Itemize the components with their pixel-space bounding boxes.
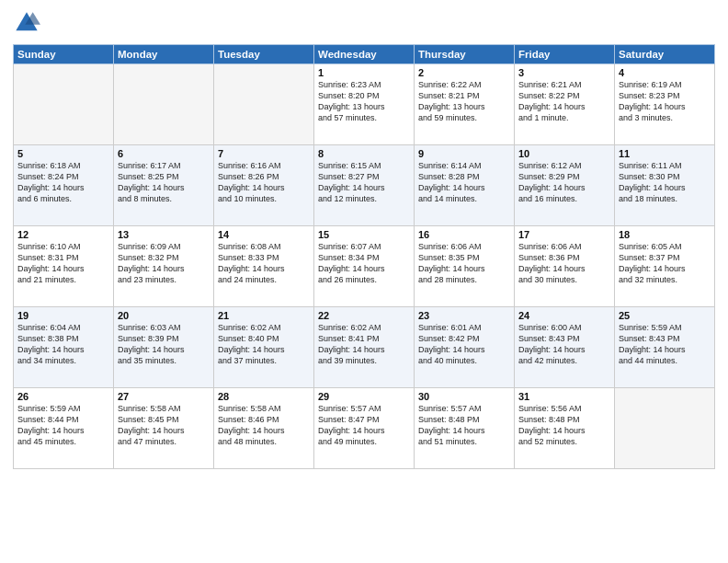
calendar-cell: 27Sunrise: 5:58 AMSunset: 8:45 PMDayligh… (114, 388, 214, 469)
calendar-cell: 7Sunrise: 6:16 AMSunset: 8:26 PMDaylight… (214, 145, 314, 226)
calendar-cell: 24Sunrise: 6:00 AMSunset: 8:43 PMDayligh… (515, 307, 615, 388)
weekday-header-friday: Friday (515, 45, 615, 64)
calendar-cell (114, 64, 214, 145)
cell-text: Sunrise: 6:21 AMSunset: 8:22 PMDaylight:… (518, 79, 610, 124)
calendar-cell (214, 64, 314, 145)
day-number: 1 (318, 67, 410, 78)
day-number: 28 (218, 391, 310, 402)
calendar-cell: 11Sunrise: 6:11 AMSunset: 8:30 PMDayligh… (615, 145, 715, 226)
cell-text: Sunrise: 6:11 AMSunset: 8:30 PMDaylight:… (619, 160, 711, 205)
cell-text: Sunrise: 6:03 AMSunset: 8:39 PMDaylight:… (118, 322, 210, 367)
calendar-cell: 9Sunrise: 6:14 AMSunset: 8:28 PMDaylight… (415, 145, 515, 226)
day-number: 20 (118, 310, 210, 321)
calendar-cell: 22Sunrise: 6:02 AMSunset: 8:41 PMDayligh… (314, 307, 415, 388)
day-number: 24 (518, 310, 610, 321)
day-number: 17 (518, 229, 610, 240)
calendar-cell: 10Sunrise: 6:12 AMSunset: 8:29 PMDayligh… (515, 145, 615, 226)
logo-icon (13, 9, 40, 37)
calendar-cell: 8Sunrise: 6:15 AMSunset: 8:27 PMDaylight… (314, 145, 415, 226)
cell-text: Sunrise: 6:05 AMSunset: 8:37 PMDaylight:… (619, 241, 711, 286)
cell-text: Sunrise: 6:18 AMSunset: 8:24 PMDaylight:… (17, 160, 109, 205)
calendar-cell: 5Sunrise: 6:18 AMSunset: 8:24 PMDaylight… (14, 145, 114, 226)
day-number: 21 (218, 310, 310, 321)
day-number: 5 (17, 148, 109, 159)
cell-text: Sunrise: 5:59 AMSunset: 8:44 PMDaylight:… (17, 403, 109, 448)
day-number: 19 (17, 310, 109, 321)
cell-text: Sunrise: 6:00 AMSunset: 8:43 PMDaylight:… (518, 322, 610, 367)
calendar: SundayMondayTuesdayWednesdayThursdayFrid… (13, 44, 715, 469)
calendar-cell: 23Sunrise: 6:01 AMSunset: 8:42 PMDayligh… (415, 307, 515, 388)
calendar-cell: 3Sunrise: 6:21 AMSunset: 8:22 PMDaylight… (515, 64, 615, 145)
weekday-header-saturday: Saturday (615, 45, 715, 64)
cell-text: Sunrise: 6:02 AMSunset: 8:41 PMDaylight:… (318, 322, 410, 367)
logo (13, 9, 44, 37)
week-row-1: 1Sunrise: 6:23 AMSunset: 8:20 PMDaylight… (14, 64, 715, 145)
calendar-cell: 17Sunrise: 6:06 AMSunset: 8:36 PMDayligh… (515, 226, 615, 307)
weekday-header-wednesday: Wednesday (314, 45, 415, 64)
cell-text: Sunrise: 6:22 AMSunset: 8:21 PMDaylight:… (418, 79, 510, 124)
day-number: 7 (218, 148, 310, 159)
day-number: 2 (418, 67, 510, 78)
day-number: 8 (318, 148, 410, 159)
cell-text: Sunrise: 6:19 AMSunset: 8:23 PMDaylight:… (619, 79, 711, 124)
day-number: 29 (318, 391, 410, 402)
cell-text: Sunrise: 5:59 AMSunset: 8:43 PMDaylight:… (619, 322, 711, 367)
calendar-cell: 28Sunrise: 5:58 AMSunset: 8:46 PMDayligh… (214, 388, 314, 469)
calendar-cell: 4Sunrise: 6:19 AMSunset: 8:23 PMDaylight… (615, 64, 715, 145)
calendar-cell: 2Sunrise: 6:22 AMSunset: 8:21 PMDaylight… (415, 64, 515, 145)
weekday-header-thursday: Thursday (415, 45, 515, 64)
day-number: 11 (619, 148, 711, 159)
calendar-cell: 14Sunrise: 6:08 AMSunset: 8:33 PMDayligh… (214, 226, 314, 307)
weekday-header-tuesday: Tuesday (214, 45, 314, 64)
cell-text: Sunrise: 6:04 AMSunset: 8:38 PMDaylight:… (17, 322, 109, 367)
day-number: 30 (418, 391, 510, 402)
weekday-header-sunday: Sunday (14, 45, 114, 64)
cell-text: Sunrise: 5:56 AMSunset: 8:48 PMDaylight:… (518, 403, 610, 448)
calendar-cell: 30Sunrise: 5:57 AMSunset: 8:48 PMDayligh… (415, 388, 515, 469)
calendar-cell: 25Sunrise: 5:59 AMSunset: 8:43 PMDayligh… (615, 307, 715, 388)
calendar-cell: 12Sunrise: 6:10 AMSunset: 8:31 PMDayligh… (14, 226, 114, 307)
week-row-2: 5Sunrise: 6:18 AMSunset: 8:24 PMDaylight… (14, 145, 715, 226)
cell-text: Sunrise: 5:57 AMSunset: 8:48 PMDaylight:… (418, 403, 510, 448)
day-number: 23 (418, 310, 510, 321)
cell-text: Sunrise: 6:09 AMSunset: 8:32 PMDaylight:… (118, 241, 210, 286)
cell-text: Sunrise: 6:17 AMSunset: 8:25 PMDaylight:… (118, 160, 210, 205)
day-number: 12 (17, 229, 109, 240)
day-number: 25 (619, 310, 711, 321)
cell-text: Sunrise: 6:08 AMSunset: 8:33 PMDaylight:… (218, 241, 310, 286)
cell-text: Sunrise: 6:15 AMSunset: 8:27 PMDaylight:… (318, 160, 410, 205)
cell-text: Sunrise: 5:57 AMSunset: 8:47 PMDaylight:… (318, 403, 410, 448)
calendar-cell: 31Sunrise: 5:56 AMSunset: 8:48 PMDayligh… (515, 388, 615, 469)
calendar-cell: 1Sunrise: 6:23 AMSunset: 8:20 PMDaylight… (314, 64, 415, 145)
header (13, 9, 715, 37)
calendar-cell: 18Sunrise: 6:05 AMSunset: 8:37 PMDayligh… (615, 226, 715, 307)
cell-text: Sunrise: 6:06 AMSunset: 8:35 PMDaylight:… (418, 241, 510, 286)
calendar-cell: 20Sunrise: 6:03 AMSunset: 8:39 PMDayligh… (114, 307, 214, 388)
cell-text: Sunrise: 6:14 AMSunset: 8:28 PMDaylight:… (418, 160, 510, 205)
day-number: 6 (118, 148, 210, 159)
weekday-header-monday: Monday (114, 45, 214, 64)
page: SundayMondayTuesdayWednesdayThursdayFrid… (0, 0, 728, 563)
day-number: 4 (619, 67, 711, 78)
calendar-cell: 16Sunrise: 6:06 AMSunset: 8:35 PMDayligh… (415, 226, 515, 307)
cell-text: Sunrise: 6:23 AMSunset: 8:20 PMDaylight:… (318, 79, 410, 124)
day-number: 26 (17, 391, 109, 402)
week-row-3: 12Sunrise: 6:10 AMSunset: 8:31 PMDayligh… (14, 226, 715, 307)
calendar-cell (14, 64, 114, 145)
day-number: 27 (118, 391, 210, 402)
day-number: 13 (118, 229, 210, 240)
cell-text: Sunrise: 6:07 AMSunset: 8:34 PMDaylight:… (318, 241, 410, 286)
day-number: 9 (418, 148, 510, 159)
cell-text: Sunrise: 5:58 AMSunset: 8:46 PMDaylight:… (218, 403, 310, 448)
cell-text: Sunrise: 6:10 AMSunset: 8:31 PMDaylight:… (17, 241, 109, 286)
calendar-cell: 19Sunrise: 6:04 AMSunset: 8:38 PMDayligh… (14, 307, 114, 388)
day-number: 3 (518, 67, 610, 78)
day-number: 22 (318, 310, 410, 321)
cell-text: Sunrise: 6:06 AMSunset: 8:36 PMDaylight:… (518, 241, 610, 286)
calendar-cell: 21Sunrise: 6:02 AMSunset: 8:40 PMDayligh… (214, 307, 314, 388)
day-number: 18 (619, 229, 711, 240)
week-row-5: 26Sunrise: 5:59 AMSunset: 8:44 PMDayligh… (14, 388, 715, 469)
calendar-cell: 6Sunrise: 6:17 AMSunset: 8:25 PMDaylight… (114, 145, 214, 226)
cell-text: Sunrise: 6:12 AMSunset: 8:29 PMDaylight:… (518, 160, 610, 205)
calendar-cell (615, 388, 715, 469)
